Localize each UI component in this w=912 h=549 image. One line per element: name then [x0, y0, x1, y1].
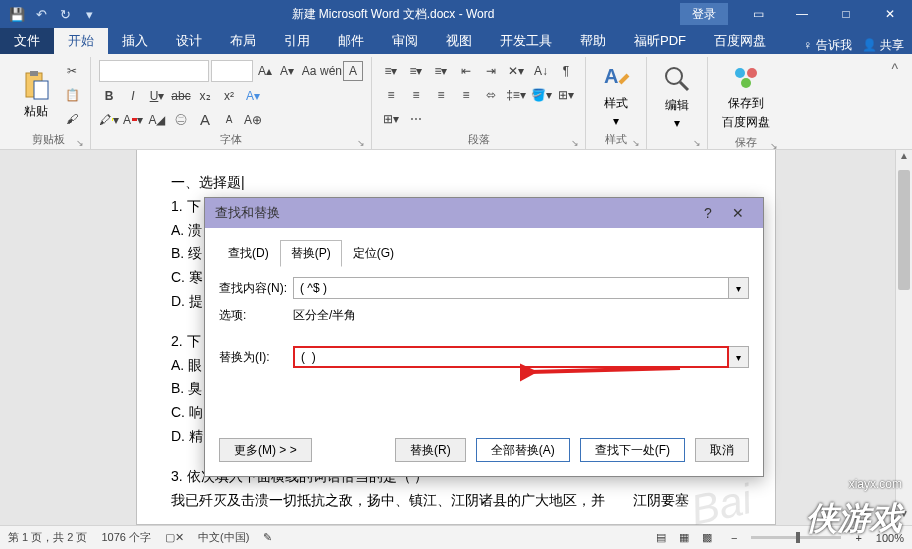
enclose-characters-icon[interactable]: ㊁ — [171, 110, 191, 130]
scroll-up-icon[interactable]: ▲ — [896, 150, 912, 167]
subscript-button[interactable]: x₂ — [195, 86, 215, 106]
find-next-button[interactable]: 查找下一处(F) — [580, 438, 685, 462]
grow-font-icon[interactable]: A▴ — [255, 61, 275, 81]
shrink-font-icon[interactable]: A▾ — [277, 61, 297, 81]
format-painter-icon[interactable]: 🖌 — [62, 109, 82, 129]
replace-input[interactable] — [293, 346, 729, 368]
dialog-tab-replace[interactable]: 替换(P) — [280, 240, 342, 267]
shading-icon[interactable]: 🪣▾ — [530, 85, 552, 105]
snap-grid-icon[interactable]: ⊞▾ — [380, 109, 402, 129]
undo-icon[interactable]: ↶ — [30, 3, 52, 25]
dialog-help-icon[interactable]: ? — [693, 205, 723, 221]
zoom-out-icon[interactable]: − — [731, 532, 737, 544]
read-mode-icon[interactable]: ▤ — [651, 531, 671, 544]
zoom-percent[interactable]: 100% — [876, 532, 904, 544]
justify-icon[interactable]: ≡ — [455, 85, 477, 105]
bullets-icon[interactable]: ≡▾ — [380, 61, 402, 81]
replace-button[interactable]: 替换(R) — [395, 438, 466, 462]
grow-font-2-icon[interactable]: A — [195, 110, 215, 130]
sort-icon[interactable]: A↓ — [530, 61, 552, 81]
copy-icon[interactable]: 📋 — [62, 85, 82, 105]
show-marks-icon[interactable]: ¶ — [555, 61, 577, 81]
tab-home[interactable]: 开始 — [54, 28, 108, 54]
superscript-button[interactable]: x² — [219, 86, 239, 106]
vertical-scrollbar[interactable]: ▲ ▼ — [895, 150, 912, 525]
shrink-font-2-icon[interactable]: A — [219, 110, 239, 130]
tab-help[interactable]: 帮助 — [566, 28, 620, 54]
cancel-button[interactable]: 取消 — [695, 438, 749, 462]
tab-references[interactable]: 引用 — [270, 28, 324, 54]
more-button[interactable]: 更多(M) > > — [219, 438, 312, 462]
status-page[interactable]: 第 1 页，共 2 页 — [8, 530, 87, 545]
tab-file[interactable]: 文件 — [0, 28, 54, 54]
italic-button[interactable]: I — [123, 86, 143, 106]
tab-mailings[interactable]: 邮件 — [324, 28, 378, 54]
highlight-button[interactable]: 🖍▾ — [99, 110, 119, 130]
editing-button[interactable]: 编辑▾ — [655, 59, 699, 134]
underline-button[interactable]: U▾ — [147, 86, 167, 106]
para-more-icon[interactable]: ⋯ — [405, 109, 427, 129]
minimize-icon[interactable]: — — [780, 0, 824, 28]
status-spellcheck-icon[interactable]: ▢✕ — [165, 531, 184, 544]
tab-review[interactable]: 审阅 — [378, 28, 432, 54]
tab-design[interactable]: 设计 — [162, 28, 216, 54]
decrease-indent-icon[interactable]: ⇤ — [455, 61, 477, 81]
login-button[interactable]: 登录 — [680, 3, 728, 25]
replace-all-button[interactable]: 全部替换(A) — [476, 438, 570, 462]
tab-baidu[interactable]: 百度网盘 — [700, 28, 780, 54]
numbering-icon[interactable]: ≡▾ — [405, 61, 427, 81]
find-input[interactable] — [293, 277, 729, 299]
scroll-down-icon[interactable]: ▼ — [896, 508, 912, 525]
cut-icon[interactable]: ✂ — [62, 61, 82, 81]
text-effects-icon[interactable]: A▾ — [243, 86, 263, 106]
dialog-close-icon[interactable]: ✕ — [723, 205, 753, 221]
bold-button[interactable]: B — [99, 86, 119, 106]
font-color-button[interactable]: A▾ — [123, 110, 143, 130]
zoom-slider[interactable] — [751, 536, 841, 539]
asian-layout-icon[interactable]: ✕▾ — [505, 61, 527, 81]
phonetic-icon[interactable]: wén — [321, 61, 341, 81]
paste-button[interactable]: 粘贴 — [14, 65, 58, 124]
tab-foxit[interactable]: 福昕PDF — [620, 28, 700, 54]
ribbon-options-icon[interactable]: ▭ — [736, 0, 780, 28]
tab-layout[interactable]: 布局 — [216, 28, 270, 54]
status-wordcount[interactable]: 1076 个字 — [101, 530, 151, 545]
tab-insert[interactable]: 插入 — [108, 28, 162, 54]
find-dropdown-icon[interactable]: ▾ — [729, 277, 749, 299]
dialog-titlebar[interactable]: 查找和替换 ? ✕ — [205, 198, 763, 228]
print-layout-icon[interactable]: ▦ — [674, 531, 694, 544]
clear-format-icon[interactable]: Aa — [299, 61, 319, 81]
qat-more-icon[interactable]: ▾ — [78, 3, 100, 25]
zoom-in-icon[interactable]: + — [855, 532, 861, 544]
distribute-icon[interactable]: ⬄ — [480, 85, 502, 105]
strikethrough-button[interactable]: abc — [171, 86, 191, 106]
status-language[interactable]: 中文(中国) — [198, 530, 249, 545]
font-name-combo[interactable] — [99, 60, 209, 82]
maximize-icon[interactable]: □ — [824, 0, 868, 28]
tab-developer[interactable]: 开发工具 — [486, 28, 566, 54]
change-case-icon[interactable]: A⊕ — [243, 110, 263, 130]
align-left-icon[interactable]: ≡ — [380, 85, 402, 105]
close-icon[interactable]: ✕ — [868, 0, 912, 28]
redo-icon[interactable]: ↻ — [54, 3, 76, 25]
line-spacing-icon[interactable]: ‡≡▾ — [505, 85, 527, 105]
dialog-tab-find[interactable]: 查找(D) — [217, 240, 280, 267]
save-icon[interactable]: 💾 — [6, 3, 28, 25]
status-insert-icon[interactable]: ✎ — [263, 531, 272, 544]
character-shading-icon[interactable]: A◢ — [147, 110, 167, 130]
baidu-save-button[interactable]: 保存到 百度网盘 — [716, 57, 776, 135]
replace-dropdown-icon[interactable]: ▾ — [729, 346, 749, 368]
character-border-icon[interactable]: A — [343, 61, 363, 81]
styles-button[interactable]: A 样式▾ — [594, 57, 638, 132]
align-right-icon[interactable]: ≡ — [430, 85, 452, 105]
web-layout-icon[interactable]: ▩ — [697, 531, 717, 544]
dialog-tab-goto[interactable]: 定位(G) — [342, 240, 405, 267]
share-button[interactable]: 👤 共享 — [862, 37, 904, 54]
collapse-ribbon-icon[interactable]: ^ — [883, 57, 906, 149]
align-center-icon[interactable]: ≡ — [405, 85, 427, 105]
borders-icon[interactable]: ⊞▾ — [555, 85, 577, 105]
font-size-combo[interactable] — [211, 60, 253, 82]
increase-indent-icon[interactable]: ⇥ — [480, 61, 502, 81]
tab-view[interactable]: 视图 — [432, 28, 486, 54]
scroll-thumb[interactable] — [898, 170, 910, 290]
